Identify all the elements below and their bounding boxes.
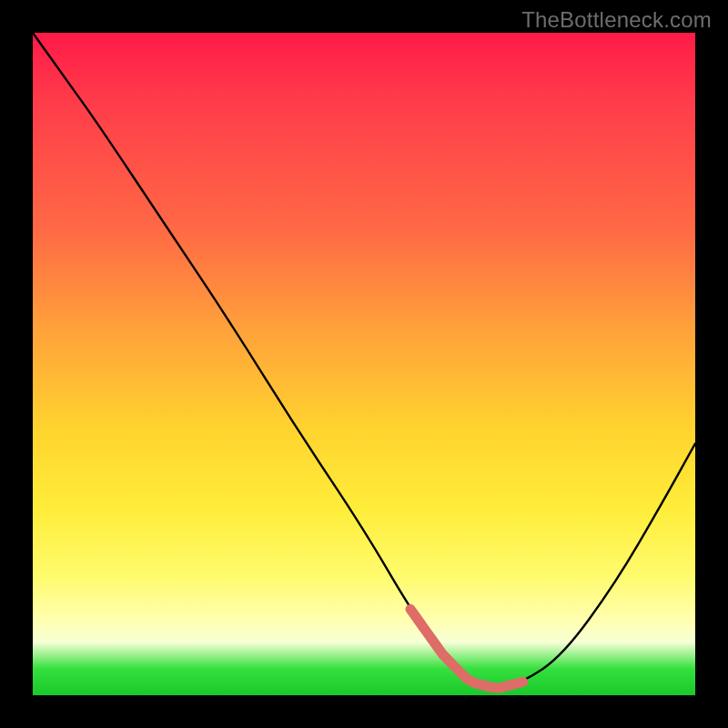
curve-line	[33, 33, 695, 687]
chart-frame: TheBottleneck.com	[0, 0, 728, 728]
optimal-segment-highlight	[410, 609, 523, 688]
plot-area	[33, 33, 695, 695]
watermark-text: TheBottleneck.com	[521, 7, 712, 33]
chart-svg	[33, 33, 695, 695]
